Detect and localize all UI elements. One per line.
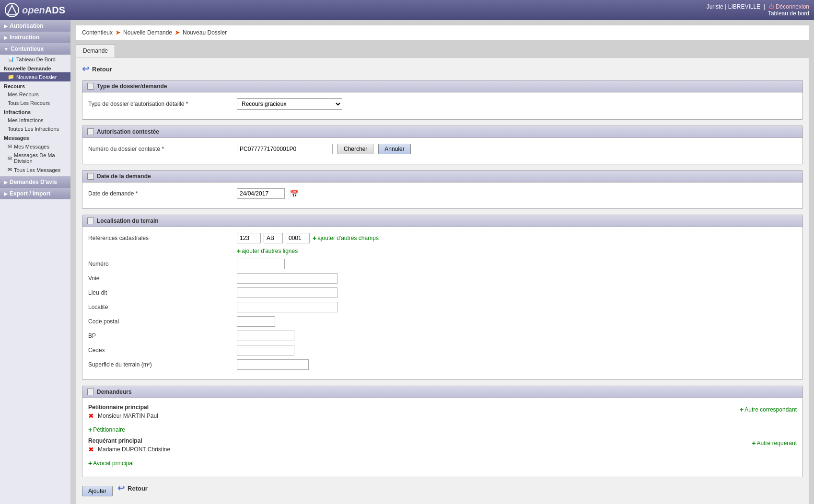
tab-demande[interactable]: Demande: [76, 44, 115, 57]
cad2-input[interactable]: [264, 233, 283, 243]
svg-marker-1: [7, 5, 17, 15]
nouveau-dossier-label: Nouveau Dossier: [16, 74, 57, 80]
date-demande-input[interactable]: [237, 188, 285, 199]
numero-input[interactable]: [237, 259, 285, 269]
voie-label: Voie: [88, 275, 232, 282]
cadastrales-inputs: + ajouter d'autres champs: [237, 233, 379, 243]
sidebar-export-import[interactable]: ▶ Export / Import: [0, 188, 70, 199]
sidebar-messages-group: Messages: [0, 133, 70, 142]
calendar-icon[interactable]: 📅: [290, 189, 299, 198]
sidebar-item-autorisation[interactable]: ▶ Autorisation: [0, 20, 70, 32]
demandeurs-body: Petitionnaire principal ✖ Monsieur MARTI…: [82, 398, 802, 477]
bp-input[interactable]: [237, 331, 294, 341]
tableau-label: Tableau De Bord: [16, 57, 56, 62]
add-avocat-section: + Avocat principal: [88, 459, 797, 467]
footer-buttons: Ajouter ↩ Retour: [82, 483, 803, 499]
toutes-infractions-label: Toutes Les Infractions: [8, 126, 59, 132]
sidebar-tous-messages[interactable]: ✉ Tous Les Messages: [0, 165, 70, 174]
back-button-top[interactable]: ↩ Retour: [82, 64, 803, 74]
add-avocat-link[interactable]: + Avocat principal: [88, 459, 134, 467]
plus-lignes-icon: +: [237, 247, 241, 255]
type-dossier-body: Type de dossier d'autorisation détaillé …: [82, 92, 802, 119]
dossier-icon: 📁: [8, 74, 14, 80]
sidebar-recours-group: Recours: [0, 81, 70, 90]
tous-recours-label: Tous Les Recours: [8, 100, 50, 106]
breadcrumb-contentieux: Contentieux: [82, 29, 113, 36]
dashboard-link[interactable]: Tableau de bord: [707, 10, 809, 17]
sidebar-toutes-infractions[interactable]: Toutes Les Infractions: [0, 125, 70, 133]
lieu-dit-row: Lieu-dit: [88, 287, 797, 298]
add-champs-link[interactable]: + ajouter d'autres champs: [313, 234, 379, 242]
user-label: Juriste | LIBREVILLE: [707, 3, 761, 10]
instruction-arrow: ▶: [4, 35, 8, 40]
localisation-checkbox[interactable]: [87, 218, 94, 224]
breadcrumb-nouveau-dossier: Nouveau Dossier: [183, 29, 227, 36]
sidebar-demandes-avis[interactable]: ▶ Demandes D'avis: [0, 176, 70, 188]
messages-division-label: Messages De Ma Division: [14, 152, 67, 164]
voie-input[interactable]: [237, 273, 337, 284]
back-button-bottom[interactable]: ↩ Retour: [117, 483, 148, 493]
superficie-input[interactable]: [237, 359, 309, 370]
section-type-dossier-header: Type de dossier/demande: [82, 80, 802, 92]
logout-link[interactable]: Déconnexion: [776, 3, 809, 10]
delete-petitionnaire-icon[interactable]: ✖: [88, 412, 94, 420]
cad3-input[interactable]: [286, 233, 310, 243]
autre-requerant-link[interactable]: + Autre requérant: [752, 439, 797, 447]
petitionnaire-principal-label: Petitionnaire principal: [88, 404, 158, 411]
localisation-title: Localisation du terrain: [97, 218, 159, 224]
chercher-button[interactable]: Chercher: [337, 144, 373, 154]
date-demande-header: Date de la demande: [82, 171, 802, 183]
cedex-input[interactable]: [237, 345, 294, 355]
sidebar-messages-division[interactable]: ✉ Messages De Ma Division: [0, 151, 70, 165]
type-dossier-row: Type de dossier d'autorisation détaillé …: [88, 98, 797, 110]
form-container: ↩ Retour Type de dossier/demande Type de…: [76, 57, 809, 504]
add-lignes-link[interactable]: + ajouter d'autres lignes: [237, 247, 797, 255]
instruction-label: Instruction: [10, 34, 39, 41]
sidebar-mes-messages[interactable]: ✉ Mes Messages: [0, 142, 70, 151]
cad1-input[interactable]: [237, 233, 261, 243]
tab-bar: Demande: [76, 44, 809, 57]
requerant-principal-label: Requérant principal: [88, 437, 170, 444]
sidebar-nouveau-dossier[interactable]: 📁 Nouveau Dossier: [0, 72, 70, 81]
sidebar-item-instruction[interactable]: ▶ Instruction: [0, 32, 70, 43]
back-icon-bottom: ↩: [117, 483, 125, 493]
plus-petitionnaire-icon: +: [88, 426, 92, 434]
section-type-dossier: Type de dossier/demande Type de dossier …: [82, 80, 803, 120]
contentieux-label: Contentieux: [11, 46, 44, 52]
sidebar-mes-infractions[interactable]: Mes Infractions: [0, 116, 70, 125]
autorisation-contestee-checkbox[interactable]: [87, 128, 94, 135]
mes-recours-label: Mes Recours: [8, 92, 39, 97]
code-postal-input[interactable]: [237, 316, 275, 327]
lieu-dit-input[interactable]: [237, 287, 337, 298]
ajouter-button[interactable]: Ajouter: [82, 486, 113, 496]
tableau-icon: 📊: [8, 56, 14, 62]
date-demande-checkbox[interactable]: [87, 173, 94, 180]
sidebar-tableau-bord[interactable]: 📊 Tableau De Bord: [0, 55, 70, 64]
autre-correspondant-link[interactable]: + Autre correspondant: [740, 406, 797, 413]
plus-champs-icon: +: [313, 234, 316, 242]
section-localisation: Localisation du terrain Références cadas…: [82, 215, 803, 380]
type-dossier-checkbox[interactable]: [87, 83, 94, 90]
sidebar-mes-recours[interactable]: Mes Recours: [0, 90, 70, 99]
type-dossier-select[interactable]: Recours gracieux: [237, 98, 342, 110]
requerant-group: Requérant principal ✖ Madame DUPONT Chri…: [88, 437, 797, 455]
dossier-conteste-input[interactable]: [237, 144, 333, 154]
contentieux-arrow: ▼: [4, 46, 9, 52]
back-label-top: Retour: [92, 66, 112, 73]
code-postal-row: Code postal: [88, 316, 797, 327]
bp-label: BP: [88, 332, 232, 339]
autorisation-contestee-title: Autorisation contestée: [97, 128, 159, 135]
delete-requerant-icon[interactable]: ✖: [88, 446, 94, 453]
localisation-header: Localisation du terrain: [82, 215, 802, 227]
localite-input[interactable]: [237, 302, 337, 312]
add-petitionnaire-link[interactable]: + Pétitionnaire: [88, 426, 125, 434]
annuler-button[interactable]: Annuler: [378, 144, 410, 154]
sidebar-tous-recours[interactable]: Tous Les Recours: [0, 99, 70, 107]
demandeurs-checkbox[interactable]: [87, 389, 94, 395]
add-champs-label: ajouter d'autres champs: [317, 235, 379, 241]
add-lignes-row: + ajouter d'autres lignes: [237, 247, 797, 255]
cadastrales-row: Références cadastrales + ajouter d'autre…: [88, 233, 797, 243]
petitionnaire-row: ✖ Monsieur MARTIN Paul: [88, 412, 158, 420]
sidebar-item-contentieux[interactable]: ▼ Contentieux: [0, 43, 70, 55]
dossier-conteste-label: Numéro du dossier contesté *: [88, 146, 232, 152]
